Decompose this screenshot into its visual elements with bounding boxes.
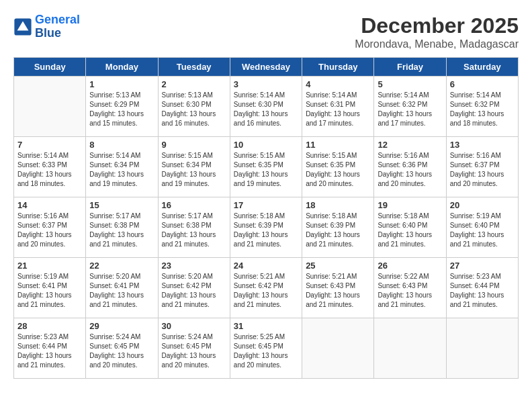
day-header-monday: Monday: [86, 58, 158, 77]
date-number: 28: [17, 321, 82, 331]
calendar-day-29: 29Sunrise: 5:24 AM Sunset: 6:45 PM Dayli…: [86, 318, 158, 379]
calendar-day-26: 26Sunrise: 5:22 AM Sunset: 6:43 PM Dayli…: [374, 258, 446, 318]
date-number: 13: [450, 140, 515, 150]
cell-info: Sunrise: 5:13 AM Sunset: 6:29 PM Dayligh…: [89, 91, 154, 128]
calendar-empty-cell: [14, 77, 86, 137]
day-header-friday: Friday: [374, 58, 446, 77]
cell-info: Sunrise: 5:14 AM Sunset: 6:33 PM Dayligh…: [17, 151, 82, 189]
date-number: 17: [234, 200, 298, 210]
date-number: 30: [162, 321, 226, 331]
calendar-day-8: 8Sunrise: 5:14 AM Sunset: 6:34 PM Daylig…: [86, 137, 158, 197]
calendar-day-18: 18Sunrise: 5:18 AM Sunset: 6:39 PM Dayli…: [302, 197, 374, 258]
cell-info: Sunrise: 5:25 AM Sunset: 6:45 PM Dayligh…: [234, 332, 298, 370]
calendar-day-19: 19Sunrise: 5:18 AM Sunset: 6:40 PM Dayli…: [374, 197, 446, 258]
day-header-thursday: Thursday: [302, 58, 374, 77]
calendar-day-9: 9Sunrise: 5:15 AM Sunset: 6:34 PM Daylig…: [158, 137, 230, 197]
calendar-day-10: 10Sunrise: 5:15 AM Sunset: 6:35 PM Dayli…: [230, 137, 302, 197]
date-number: 15: [89, 200, 154, 210]
date-number: 24: [234, 261, 298, 271]
date-number: 29: [89, 321, 154, 331]
calendar-week-1: 1Sunrise: 5:13 AM Sunset: 6:29 PM Daylig…: [14, 77, 519, 137]
date-number: 14: [17, 200, 82, 210]
calendar-week-5: 28Sunrise: 5:23 AM Sunset: 6:44 PM Dayli…: [14, 318, 519, 379]
calendar-day-13: 13Sunrise: 5:16 AM Sunset: 6:37 PM Dayli…: [446, 137, 518, 197]
cell-info: Sunrise: 5:19 AM Sunset: 6:41 PM Dayligh…: [17, 272, 82, 310]
calendar-day-3: 3Sunrise: 5:14 AM Sunset: 6:30 PM Daylig…: [230, 77, 302, 137]
calendar-subtitle: Morondava, Menabe, Madagascar: [355, 38, 519, 50]
cell-info: Sunrise: 5:24 AM Sunset: 6:45 PM Dayligh…: [162, 332, 226, 370]
date-number: 23: [162, 261, 226, 271]
cell-info: Sunrise: 5:14 AM Sunset: 6:34 PM Dayligh…: [89, 151, 154, 189]
calendar-day-30: 30Sunrise: 5:24 AM Sunset: 6:45 PM Dayli…: [158, 318, 230, 379]
cell-info: Sunrise: 5:20 AM Sunset: 6:41 PM Dayligh…: [89, 272, 154, 310]
cell-info: Sunrise: 5:17 AM Sunset: 6:38 PM Dayligh…: [162, 212, 226, 249]
cell-info: Sunrise: 5:18 AM Sunset: 6:40 PM Dayligh…: [378, 212, 442, 249]
calendar-day-23: 23Sunrise: 5:20 AM Sunset: 6:42 PM Dayli…: [158, 258, 230, 318]
cell-info: Sunrise: 5:17 AM Sunset: 6:38 PM Dayligh…: [89, 212, 154, 249]
calendar-day-11: 11Sunrise: 5:15 AM Sunset: 6:35 PM Dayli…: [302, 137, 374, 197]
cell-info: Sunrise: 5:14 AM Sunset: 6:30 PM Dayligh…: [234, 91, 298, 128]
calendar-day-12: 12Sunrise: 5:16 AM Sunset: 6:36 PM Dayli…: [374, 137, 446, 197]
date-number: 18: [306, 200, 370, 210]
day-header-sunday: Sunday: [14, 58, 86, 77]
logo: General Blue: [13, 13, 80, 40]
cell-info: Sunrise: 5:15 AM Sunset: 6:35 PM Dayligh…: [306, 151, 370, 189]
day-header-saturday: Saturday: [446, 58, 518, 77]
cell-info: Sunrise: 5:15 AM Sunset: 6:34 PM Dayligh…: [162, 151, 226, 189]
cell-info: Sunrise: 5:20 AM Sunset: 6:42 PM Dayligh…: [162, 272, 226, 310]
cell-info: Sunrise: 5:24 AM Sunset: 6:45 PM Dayligh…: [89, 332, 154, 370]
calendar-day-25: 25Sunrise: 5:21 AM Sunset: 6:43 PM Dayli…: [302, 258, 374, 318]
cell-info: Sunrise: 5:16 AM Sunset: 6:37 PM Dayligh…: [17, 212, 82, 249]
logo-text: General Blue: [35, 13, 80, 40]
calendar-day-4: 4Sunrise: 5:14 AM Sunset: 6:31 PM Daylig…: [302, 77, 374, 137]
calendar-day-22: 22Sunrise: 5:20 AM Sunset: 6:41 PM Dayli…: [86, 258, 158, 318]
day-header-row: SundayMondayTuesdayWednesdayThursdayFrid…: [14, 58, 519, 77]
calendar-day-20: 20Sunrise: 5:19 AM Sunset: 6:40 PM Dayli…: [446, 197, 518, 258]
cell-info: Sunrise: 5:14 AM Sunset: 6:32 PM Dayligh…: [378, 91, 442, 128]
calendar-week-2: 7Sunrise: 5:14 AM Sunset: 6:33 PM Daylig…: [14, 137, 519, 197]
calendar-day-5: 5Sunrise: 5:14 AM Sunset: 6:32 PM Daylig…: [374, 77, 446, 137]
date-number: 11: [306, 140, 370, 150]
day-header-wednesday: Wednesday: [230, 58, 302, 77]
cell-info: Sunrise: 5:14 AM Sunset: 6:32 PM Dayligh…: [450, 91, 515, 128]
cell-info: Sunrise: 5:14 AM Sunset: 6:31 PM Dayligh…: [306, 91, 370, 128]
date-number: 4: [306, 79, 370, 89]
date-number: 21: [17, 261, 82, 271]
cell-info: Sunrise: 5:16 AM Sunset: 6:37 PM Dayligh…: [450, 151, 515, 189]
calendar-empty-cell: [446, 318, 518, 379]
calendar-day-6: 6Sunrise: 5:14 AM Sunset: 6:32 PM Daylig…: [446, 77, 518, 137]
cell-info: Sunrise: 5:19 AM Sunset: 6:40 PM Dayligh…: [450, 212, 515, 249]
date-number: 2: [162, 79, 226, 89]
date-number: 26: [378, 261, 442, 271]
calendar-day-14: 14Sunrise: 5:16 AM Sunset: 6:37 PM Dayli…: [14, 197, 86, 258]
cell-info: Sunrise: 5:23 AM Sunset: 6:44 PM Dayligh…: [450, 272, 515, 310]
date-number: 22: [89, 261, 154, 271]
date-number: 31: [234, 321, 298, 331]
calendar-day-27: 27Sunrise: 5:23 AM Sunset: 6:44 PM Dayli…: [446, 258, 518, 318]
cell-info: Sunrise: 5:16 AM Sunset: 6:36 PM Dayligh…: [378, 151, 442, 189]
date-number: 10: [234, 140, 298, 150]
date-number: 16: [162, 200, 226, 210]
cell-info: Sunrise: 5:22 AM Sunset: 6:43 PM Dayligh…: [378, 272, 442, 310]
calendar-day-1: 1Sunrise: 5:13 AM Sunset: 6:29 PM Daylig…: [86, 77, 158, 137]
cell-info: Sunrise: 5:21 AM Sunset: 6:43 PM Dayligh…: [306, 272, 370, 310]
calendar-day-7: 7Sunrise: 5:14 AM Sunset: 6:33 PM Daylig…: [14, 137, 86, 197]
calendar-day-16: 16Sunrise: 5:17 AM Sunset: 6:38 PM Dayli…: [158, 197, 230, 258]
cell-info: Sunrise: 5:13 AM Sunset: 6:30 PM Dayligh…: [162, 91, 226, 128]
date-number: 9: [162, 140, 226, 150]
date-number: 20: [450, 200, 515, 210]
date-number: 8: [89, 140, 154, 150]
date-number: 5: [378, 79, 442, 89]
calendar-day-28: 28Sunrise: 5:23 AM Sunset: 6:44 PM Dayli…: [14, 318, 86, 379]
calendar-empty-cell: [374, 318, 446, 379]
calendar-table: SundayMondayTuesdayWednesdayThursdayFrid…: [13, 57, 519, 379]
date-number: 25: [306, 261, 370, 271]
calendar-title: December 2025: [355, 13, 519, 38]
cell-info: Sunrise: 5:23 AM Sunset: 6:44 PM Dayligh…: [17, 332, 82, 370]
calendar-week-3: 14Sunrise: 5:16 AM Sunset: 6:37 PM Dayli…: [14, 197, 519, 258]
cell-info: Sunrise: 5:15 AM Sunset: 6:35 PM Dayligh…: [234, 151, 298, 189]
calendar-day-31: 31Sunrise: 5:25 AM Sunset: 6:45 PM Dayli…: [230, 318, 302, 379]
calendar-week-4: 21Sunrise: 5:19 AM Sunset: 6:41 PM Dayli…: [14, 258, 519, 318]
cell-info: Sunrise: 5:18 AM Sunset: 6:39 PM Dayligh…: [234, 212, 298, 249]
date-number: 7: [17, 140, 82, 150]
